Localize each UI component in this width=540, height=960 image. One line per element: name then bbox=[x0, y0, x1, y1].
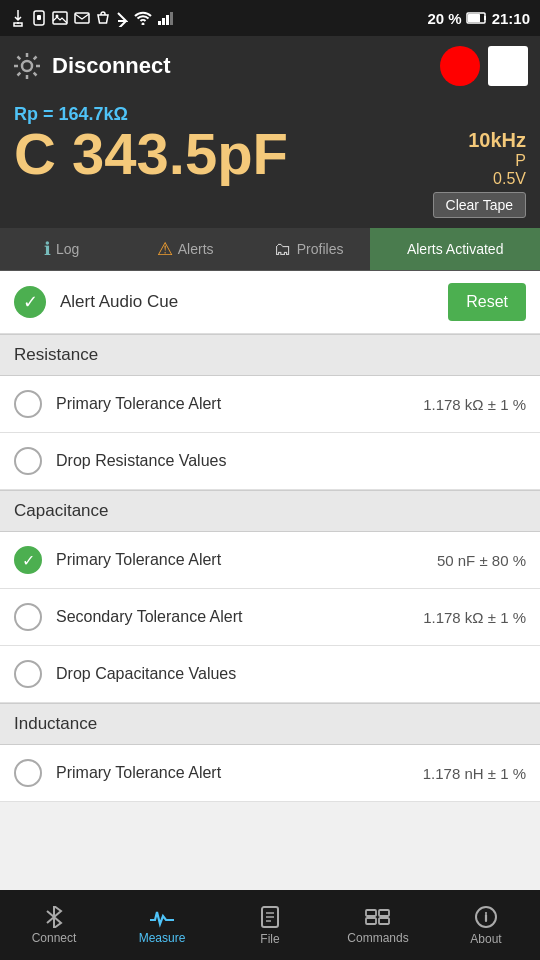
resistance-primary-label: Primary Tolerance Alert bbox=[56, 395, 409, 413]
svg-rect-16 bbox=[366, 918, 376, 924]
nav-file[interactable]: File bbox=[216, 899, 324, 952]
file-nav-icon bbox=[259, 905, 281, 929]
battery-icon bbox=[466, 11, 488, 25]
nav-about[interactable]: About bbox=[432, 899, 540, 952]
svg-rect-5 bbox=[75, 13, 89, 23]
section-resistance: Resistance bbox=[0, 334, 540, 376]
status-bar: 20 % 21:10 bbox=[0, 0, 540, 36]
sim-icon bbox=[32, 10, 46, 26]
signal-icon bbox=[158, 11, 174, 25]
resistance-primary-value: 1.178 kΩ ± 1 % bbox=[423, 396, 526, 413]
capacitance-secondary-label: Secondary Tolerance Alert bbox=[56, 608, 409, 626]
mail-icon bbox=[74, 12, 90, 24]
capacitance-primary-tolerance-row: ✓ Primary Tolerance Alert 50 nF ± 80 % bbox=[0, 532, 540, 589]
inductance-primary-label: Primary Tolerance Alert bbox=[56, 764, 409, 782]
time-display: 21:10 bbox=[492, 10, 530, 27]
svg-rect-15 bbox=[366, 910, 376, 916]
clear-tape-container: Clear Tape bbox=[14, 192, 526, 218]
resistance-primary-tolerance-row: Primary Tolerance Alert 1.178 kΩ ± 1 % bbox=[0, 376, 540, 433]
disconnect-button[interactable]: Disconnect bbox=[52, 53, 171, 79]
content-area: ✓ Alert Audio Cue Reset Resistance Prima… bbox=[0, 271, 540, 913]
svg-rect-10 bbox=[170, 12, 173, 25]
capacitance-primary-radio[interactable]: ✓ bbox=[14, 546, 42, 574]
audio-cue-label: Alert Audio Cue bbox=[60, 292, 434, 312]
folder-icon: 🗂 bbox=[274, 239, 292, 260]
svg-rect-8 bbox=[162, 18, 165, 25]
shop-icon bbox=[96, 10, 110, 26]
usb-icon bbox=[10, 9, 26, 27]
tab-alerts-activated[interactable]: Alerts Activated bbox=[370, 228, 540, 270]
gear-icon[interactable] bbox=[12, 51, 42, 81]
freq-block: 10kHz P 0.5V bbox=[468, 129, 526, 188]
header-bar: Disconnect bbox=[0, 36, 540, 96]
svg-point-6 bbox=[142, 23, 145, 26]
about-nav-icon bbox=[474, 905, 498, 929]
capacitance-primary-label: Primary Tolerance Alert bbox=[56, 551, 423, 569]
battery-percent: 20 % bbox=[427, 10, 461, 27]
capacitance-drop-label: Drop Capacitance Values bbox=[56, 665, 512, 683]
section-inductance: Inductance bbox=[0, 703, 540, 745]
section-capacitance: Capacitance bbox=[0, 490, 540, 532]
nav-measure-label: Measure bbox=[139, 931, 186, 945]
resistance-drop-label: Drop Resistance Values bbox=[56, 452, 512, 470]
header-left: Disconnect bbox=[12, 51, 171, 81]
image-icon bbox=[52, 11, 68, 25]
tab-log[interactable]: ℹ Log bbox=[0, 228, 123, 270]
frequency-value: 10kHz bbox=[468, 129, 526, 152]
alert-audio-cue-row: ✓ Alert Audio Cue Reset bbox=[0, 271, 540, 334]
svg-rect-7 bbox=[158, 21, 161, 25]
header-right bbox=[440, 46, 528, 86]
info-icon: ℹ bbox=[44, 238, 51, 260]
audio-cue-checkbox[interactable]: ✓ bbox=[14, 286, 46, 318]
resistance-drop-row: Drop Resistance Values bbox=[0, 433, 540, 490]
reset-button[interactable]: Reset bbox=[448, 283, 526, 321]
nav-commands[interactable]: Commands bbox=[324, 900, 432, 951]
nav-connect-label: Connect bbox=[32, 931, 77, 945]
voltage-value: 0.5V bbox=[468, 170, 526, 188]
tab-bar: ℹ Log ⚠ Alerts 🗂 Profiles Alerts Activat… bbox=[0, 228, 540, 271]
nav-measure[interactable]: Measure bbox=[108, 900, 216, 951]
inductance-primary-tolerance-row: Primary Tolerance Alert 1.178 nH ± 1 % bbox=[0, 745, 540, 802]
capacitance-value: C 343.5pF bbox=[14, 125, 288, 183]
resistance-primary-radio[interactable] bbox=[14, 390, 42, 418]
measurement-panel: Rp = 164.7kΩ C 343.5pF 10kHz P 0.5V Clea… bbox=[0, 96, 540, 228]
clear-tape-button[interactable]: Clear Tape bbox=[433, 192, 526, 218]
svg-rect-3 bbox=[53, 12, 67, 24]
bottom-nav: Connect Measure File Commands About bbox=[0, 890, 540, 960]
tab-alerts-activated-label: Alerts Activated bbox=[407, 241, 504, 257]
tab-profiles[interactable]: 🗂 Profiles bbox=[247, 228, 370, 270]
nav-file-label: File bbox=[260, 932, 279, 946]
capacitance-drop-row: Drop Capacitance Values bbox=[0, 646, 540, 703]
svg-rect-17 bbox=[379, 910, 389, 916]
nav-about-label: About bbox=[470, 932, 501, 946]
capacitance-primary-value: 50 nF ± 80 % bbox=[437, 552, 526, 569]
capacitance-secondary-radio[interactable] bbox=[14, 603, 42, 631]
nav-commands-label: Commands bbox=[347, 931, 408, 945]
svg-rect-12 bbox=[468, 14, 480, 22]
wifi-status-icon bbox=[134, 11, 152, 25]
tab-alerts-label: Alerts bbox=[178, 241, 214, 257]
record-button[interactable] bbox=[440, 46, 480, 86]
resistance-drop-radio[interactable] bbox=[14, 447, 42, 475]
measurement-row: C 343.5pF 10kHz P 0.5V bbox=[14, 125, 526, 188]
svg-rect-2 bbox=[37, 15, 41, 20]
status-icons bbox=[10, 9, 174, 27]
svg-point-0 bbox=[17, 22, 19, 24]
capacitance-secondary-tolerance-row: Secondary Tolerance Alert 1.178 kΩ ± 1 % bbox=[0, 589, 540, 646]
stop-button[interactable] bbox=[488, 46, 528, 86]
tab-profiles-label: Profiles bbox=[297, 241, 344, 257]
tab-log-label: Log bbox=[56, 241, 79, 257]
svg-point-13 bbox=[22, 61, 32, 71]
measure-nav-icon bbox=[148, 906, 176, 928]
inductance-primary-radio[interactable] bbox=[14, 759, 42, 787]
capacitance-secondary-value: 1.178 kΩ ± 1 % bbox=[423, 609, 526, 626]
capacitance-drop-radio[interactable] bbox=[14, 660, 42, 688]
status-right: 20 % 21:10 bbox=[427, 10, 530, 27]
nav-connect[interactable]: Connect bbox=[0, 900, 108, 951]
tab-alerts[interactable]: ⚠ Alerts bbox=[123, 228, 246, 270]
commands-nav-icon bbox=[364, 906, 392, 928]
inductance-primary-value: 1.178 nH ± 1 % bbox=[423, 765, 526, 782]
mode-value: P bbox=[468, 152, 526, 170]
bluetooth-status-icon bbox=[116, 9, 128, 27]
warn-icon: ⚠ bbox=[157, 238, 173, 260]
